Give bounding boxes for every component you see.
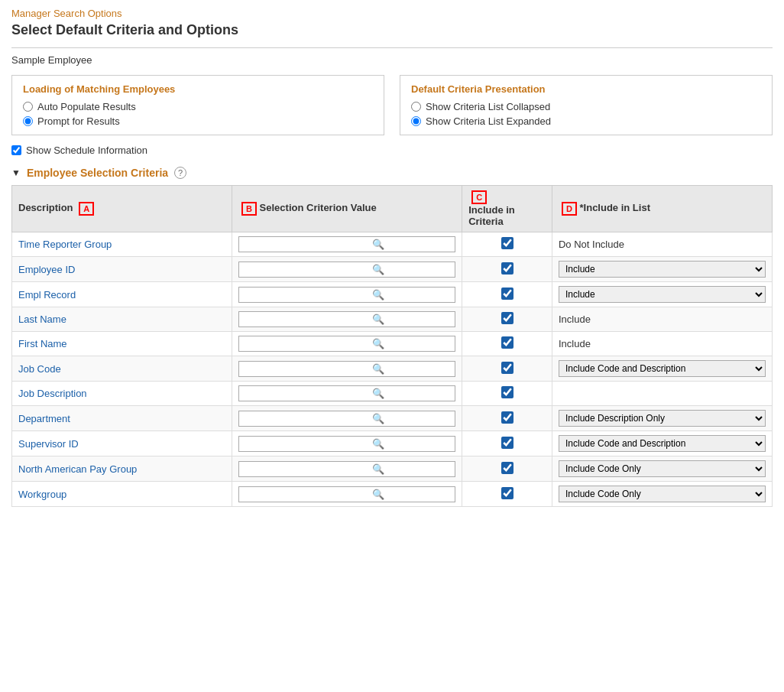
expanded-option[interactable]: Show Criteria List Expanded xyxy=(411,115,761,127)
include-criteria-checkbox[interactable] xyxy=(501,362,513,374)
selection-value-input[interactable] xyxy=(242,264,372,275)
selection-value-input[interactable] xyxy=(242,489,372,499)
selection-value-input[interactable] xyxy=(242,388,372,399)
include-criteria-checkbox[interactable] xyxy=(501,237,513,249)
search-input-wrapper: 🔍 xyxy=(238,287,455,303)
selection-value-input[interactable] xyxy=(242,413,372,424)
cell-include-criteria xyxy=(462,282,552,307)
search-icon[interactable]: 🔍 xyxy=(372,413,384,424)
badge-b: B xyxy=(241,202,257,216)
include-criteria-checkbox[interactable] xyxy=(501,288,513,300)
cell-include-criteria xyxy=(462,382,552,406)
include-criteria-checkbox[interactable] xyxy=(501,462,513,474)
search-icon[interactable]: 🔍 xyxy=(372,438,384,450)
include-criteria-checkbox[interactable] xyxy=(501,437,513,449)
th-include-list: D *Include in List xyxy=(552,186,772,232)
criteria-header: ▼ Employee Selection Criteria ? xyxy=(11,167,773,179)
cell-description: Time Reporter Group xyxy=(12,232,232,257)
selection-value-input[interactable] xyxy=(242,438,372,449)
selection-value-input[interactable] xyxy=(242,463,372,474)
cell-selection-value: 🔍 xyxy=(232,406,462,431)
include-criteria-checkbox[interactable] xyxy=(501,336,513,349)
cell-selection-value: 🔍 xyxy=(232,456,462,482)
include-list-select[interactable]: IncludeDo Not IncludeInclude Code and De… xyxy=(559,435,766,452)
auto-populate-label: Auto Populate Results xyxy=(37,101,136,112)
description-text: Department xyxy=(18,413,70,424)
prompt-results-option[interactable]: Prompt for Results xyxy=(23,115,373,127)
table-row: Time Reporter Group🔍Do Not Include xyxy=(12,232,773,257)
description-text: First Name xyxy=(18,338,67,349)
search-icon[interactable]: 🔍 xyxy=(372,239,384,250)
criteria-presentation-title: Default Criteria Presentation xyxy=(411,83,761,95)
prompt-results-radio[interactable] xyxy=(23,116,33,126)
cell-include-criteria xyxy=(462,257,552,282)
collapse-arrow-icon[interactable]: ▼ xyxy=(11,167,21,178)
description-text: North American Pay Group xyxy=(18,463,137,475)
collapsed-radio[interactable] xyxy=(411,102,421,112)
search-icon[interactable]: 🔍 xyxy=(372,289,384,301)
search-icon[interactable]: 🔍 xyxy=(372,264,384,275)
include-list-select[interactable]: IncludeDo Not IncludeInclude Code and De… xyxy=(559,410,766,427)
include-list-select[interactable]: IncludeDo Not IncludeInclude Code and De… xyxy=(559,286,766,303)
cell-description: Department xyxy=(12,406,232,431)
cell-description: North American Pay Group xyxy=(12,456,232,482)
cell-include-list xyxy=(552,382,772,406)
search-icon[interactable]: 🔍 xyxy=(372,363,384,375)
include-criteria-checkbox[interactable] xyxy=(501,262,513,275)
include-list-select[interactable]: IncludeDo Not IncludeInclude Code and De… xyxy=(559,486,766,502)
table-row: North American Pay Group🔍IncludeDo Not I… xyxy=(12,456,773,482)
loading-radio-group: Auto Populate Results Prompt for Results xyxy=(23,101,373,127)
description-text: Job Description xyxy=(18,388,87,399)
search-icon[interactable]: 🔍 xyxy=(372,489,384,500)
cell-include-criteria xyxy=(462,431,552,456)
show-schedule-label: Show Schedule Information xyxy=(26,145,147,156)
include-criteria-checkbox[interactable] xyxy=(501,487,513,499)
cell-include-list: IncludeDo Not IncludeInclude Code and De… xyxy=(552,356,772,382)
description-text: Last Name xyxy=(18,314,66,325)
criteria-section-title: Employee Selection Criteria xyxy=(27,167,168,179)
selection-value-input[interactable] xyxy=(242,239,372,250)
search-input-wrapper: 🔍 xyxy=(238,411,455,427)
search-icon[interactable]: 🔍 xyxy=(372,314,384,325)
cell-selection-value: 🔍 xyxy=(232,382,462,406)
description-text: Empl Record xyxy=(18,289,76,301)
search-input-wrapper: 🔍 xyxy=(238,361,455,377)
table-row: Employee ID🔍IncludeDo Not IncludeInclude… xyxy=(12,257,773,282)
search-input-wrapper: 🔍 xyxy=(238,436,455,452)
sample-employee-label: Sample Employee xyxy=(11,54,773,66)
badge-d: D xyxy=(562,202,577,216)
search-icon[interactable]: 🔍 xyxy=(372,463,384,475)
search-icon[interactable]: 🔍 xyxy=(372,338,384,349)
expanded-radio[interactable] xyxy=(411,116,421,126)
table-row: First Name🔍Include xyxy=(12,332,773,356)
description-text: Workgroup xyxy=(18,489,66,500)
include-list-static: Include xyxy=(559,314,591,325)
description-text: Job Code xyxy=(18,363,61,375)
include-criteria-checkbox[interactable] xyxy=(501,411,513,424)
include-criteria-checkbox[interactable] xyxy=(501,312,513,324)
search-input-wrapper: 🔍 xyxy=(238,262,455,278)
help-icon[interactable]: ? xyxy=(174,167,186,179)
criteria-presentation-box: Default Criteria Presentation Show Crite… xyxy=(400,75,773,135)
cell-description: First Name xyxy=(12,332,232,356)
include-criteria-checkbox[interactable] xyxy=(501,386,513,398)
search-icon[interactable]: 🔍 xyxy=(372,388,384,399)
selection-value-input[interactable] xyxy=(242,339,372,349)
collapsed-option[interactable]: Show Criteria List Collapsed xyxy=(411,101,761,112)
search-input-wrapper: 🔍 xyxy=(238,486,455,502)
include-list-select[interactable]: IncludeDo Not IncludeInclude Code and De… xyxy=(559,360,766,377)
include-list-select[interactable]: IncludeDo Not IncludeInclude Code and De… xyxy=(559,261,766,278)
show-schedule-checkbox[interactable] xyxy=(11,145,21,155)
prompt-results-label: Prompt for Results xyxy=(37,115,120,127)
selection-value-input[interactable] xyxy=(242,363,372,374)
selection-value-input[interactable] xyxy=(242,289,372,300)
selection-value-input[interactable] xyxy=(242,314,372,325)
description-text: Employee ID xyxy=(18,264,75,275)
cell-selection-value: 🔍 xyxy=(232,282,462,307)
criteria-radio-group: Show Criteria List Collapsed Show Criter… xyxy=(411,101,761,127)
auto-populate-option[interactable]: Auto Populate Results xyxy=(23,101,373,112)
table-row: Job Code🔍IncludeDo Not IncludeInclude Co… xyxy=(12,356,773,382)
include-list-select[interactable]: IncludeDo Not IncludeInclude Code and De… xyxy=(559,460,766,477)
loading-title: Loading of Matching Employees xyxy=(23,83,373,95)
auto-populate-radio[interactable] xyxy=(23,102,33,112)
